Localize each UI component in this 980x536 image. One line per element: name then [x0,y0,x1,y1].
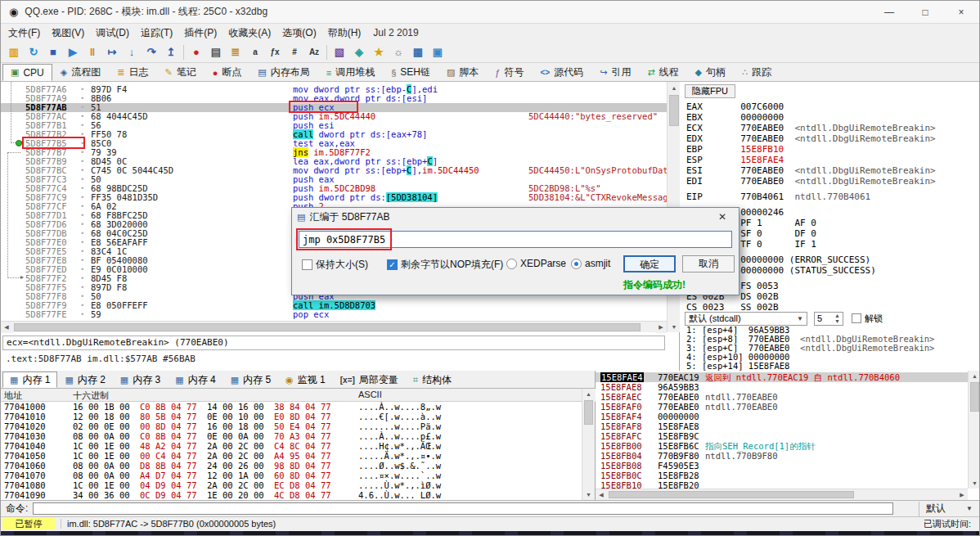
hash-icon[interactable]: # [285,43,304,61]
tab-graph[interactable]: ◈流程图 [52,64,109,81]
execute-till-return-icon[interactable]: ↥ [161,43,181,61]
register-row[interactable]: EDI 770EABE0 <ntdll.DbgUiRemoteBreakin> [686,176,979,187]
memory-vertical-scrollbar[interactable]: ▲ ▼ [582,389,595,500]
hide-fpu-button[interactable]: 隐藏FPU [685,84,735,98]
register-row[interactable]: EBX 00000000 [686,112,979,123]
tab-watch-1[interactable]: ◉监视 1 [278,372,333,388]
disasm-row[interactable]: 5D8F77FE•59pop ecx [1,310,667,319]
stack-row[interactable]: 15E8FB1015E8FB20 [596,480,968,489]
menu-item-7[interactable]: 帮助(H) [322,24,367,43]
register-row[interactable]: ESI 770EABE0 <ntdll.DbgUiRemoteBreakin> [686,165,979,176]
step-over-icon[interactable]: ↷ [142,43,161,61]
tab-dump-4[interactable]: ▦内存 4 [168,372,223,388]
tab-memory-map[interactable]: ▤内存布局 [249,64,317,81]
tab-symbols[interactable]: ƒ符号 [487,64,532,81]
pause-icon[interactable]: ‖ [83,43,102,61]
tab-source[interactable]: <>源代码 [532,64,591,81]
memory-row[interactable]: 770410501C 00 1E 0000 C4 04 772A 00 2C 0… [1,451,578,461]
tab-dump-1[interactable]: ▦内存 1 [2,372,57,388]
scroll-down-icon[interactable]: ▼ [668,321,681,332]
disasm-horizontal-scrollbar[interactable]: ◀ ▶ [1,321,667,332]
command-default-dropdown[interactable]: 默认 ▼ [919,502,979,516]
scroll-down-icon[interactable]: ▼ [582,489,595,500]
lowercase-az-icon[interactable]: a [245,43,265,61]
tab-script[interactable]: ▨脚本 [438,64,487,81]
breakpoint-dot[interactable] [16,140,22,146]
register-row[interactable]: EAX 007C6000 [686,101,979,112]
unlock-checkbox[interactable]: 解锁 [852,313,883,325]
menu-item-4[interactable]: 插件(P) [178,24,223,43]
tab-locals[interactable]: [x=]局部变量 [333,372,406,388]
menu-item-5[interactable]: 收藏夹(A) [223,24,276,43]
register-row[interactable]: EDX 770EABE0 <ntdll.DbgUiRemoteBreakin> [686,133,979,144]
scroll-up-icon[interactable]: ▲ [969,371,980,381]
stack-row[interactable]: 15E8FAF815E8FAE8 [596,421,968,431]
tab-cpu[interactable]: ▣CPU [2,64,52,81]
xedparse-radio[interactable]: XEDParse [506,258,566,269]
tab-dump-5[interactable]: ▦内存 5 [223,372,278,388]
tab-dump-3[interactable]: ▦内存 3 [113,372,168,388]
tab-breakpoints[interactable]: ●断点 [205,64,250,81]
close-button[interactable]: × [943,1,979,23]
keep-size-checkbox[interactable]: 保持大小(S) [302,258,368,272]
scroll-up-icon[interactable]: ▲ [668,82,681,93]
memory-row[interactable]: 7704101012 00 18 0080 5B 04 770E 00 10 0… [1,412,578,421]
memory-row[interactable]: 7704102002 00 0E 0000 8D 04 7716 00 18 0… [1,421,578,431]
tab-seh-chain[interactable]: §SEH链 [383,64,438,81]
scroll-up-icon[interactable]: ▲ [582,389,595,399]
scroll-thumb[interactable] [609,491,854,498]
arg-count-stepper[interactable]: 5 ▲▼ [814,312,843,326]
memory-row[interactable]: 7704109034 00 36 000C D9 04 771E 00 20 0… [1,490,578,500]
dialog-title-bar[interactable]: ▤ 汇编于 5D8F77AB ✕ [292,208,739,226]
register-row[interactable]: EIP 770B4061 ntdll.770B4061 [686,191,979,202]
scroll-thumb[interactable] [669,95,679,126]
memory-row[interactable]: 7704103008 00 0A 00C0 8B 04 770E 00 0A 0… [1,431,578,441]
memory-map-icon[interactable]: ▤ [206,43,226,61]
dialog-close-icon[interactable]: ✕ [711,211,734,223]
title-bar[interactable]: ◉ QQ.exe - PID: 268C - 模块: im.dll - 线程: … [1,1,979,24]
stack-row[interactable]: 15E8FB0015E8FB6C指向SEH_Record[1]的指针 [596,441,968,451]
register-row[interactable]: EBP 15E8FB10 [686,144,979,155]
memory-row[interactable]: 7704107008 00 0A 00A4 D7 04 7712 00 1A 0… [1,471,578,480]
stack-row[interactable]: 15E8FAE896A59BB3 [596,382,968,392]
stack-row[interactable]: 15E8FAFC15E8FB9C [596,431,968,441]
memory-row[interactable]: 7704106008 00 0A 00D8 8B 04 7724 00 26 0… [1,461,578,471]
step-into-icon[interactable]: ↓ [122,43,142,61]
tab-log[interactable]: ≣日志 [109,64,156,81]
az-sort-icon[interactable]: Az [304,43,324,61]
asmjit-radio[interactable]: asmjit [571,258,610,269]
stack-row[interactable]: 15E8FB04770B9F80ntdll.770B9F80 [596,451,968,461]
log-icon[interactable]: ≣ [226,43,245,61]
open-file-icon[interactable]: ▥ [4,43,24,61]
scroll-thumb[interactable] [584,400,593,425]
stack-row[interactable]: 15E8FAF400000000 [596,412,968,421]
restart-icon[interactable]: ↻ [24,43,43,61]
calculator-icon[interactable]: ▦ [408,43,428,61]
menu-item-2[interactable]: 调试(D) [90,24,135,43]
stack-row[interactable]: 15E8FAEC770EABE0ntdll.770EABE0 [596,392,968,402]
menu-item-3[interactable]: 追踪(T) [135,24,178,43]
stack-vertical-scrollbar[interactable]: ▲ ▼ [968,371,980,489]
stack-row[interactable]: 15E8FB08F45905E3 [596,461,968,471]
tab-notes[interactable]: ✎笔记 [156,64,204,81]
fx-icon[interactable]: ƒx [265,43,285,61]
tab-struct[interactable]: ⌗结构体 [406,372,459,388]
tab-references[interactable]: ↪引用 [591,64,639,81]
menu-item-6[interactable]: 选项(O) [276,24,321,43]
stack-row[interactable]: 15E8FAF0770EABE0ntdll.770EABE0 [596,402,968,412]
stop-icon[interactable]: ■ [43,43,63,61]
minimize-button[interactable]: — [871,1,907,23]
scroll-down-icon[interactable]: ▼ [969,478,980,489]
tab-trace[interactable]: ∴跟踪 [734,64,780,81]
run-icon[interactable]: ▶ [63,43,83,61]
scroll-thumb[interactable] [970,382,979,412]
tab-threads[interactable]: ⇄线程 [639,64,686,81]
monitor-icon[interactable]: ▣ [428,43,447,61]
settings-icon[interactable]: ☼ [389,43,408,61]
argument-row[interactable]: 5: [esp+14] 15E8FAE8 [686,362,979,371]
convention-dropdown[interactable]: 默认 (stdcall) ▼ [685,312,807,326]
stack-horizontal-scrollbar[interactable]: ◀ ▶ [596,489,968,500]
tab-dump-2[interactable]: ▦内存 2 [57,372,112,388]
ok-button[interactable]: 确定 [623,255,676,273]
scroll-left-icon[interactable]: ◀ [1,322,12,333]
